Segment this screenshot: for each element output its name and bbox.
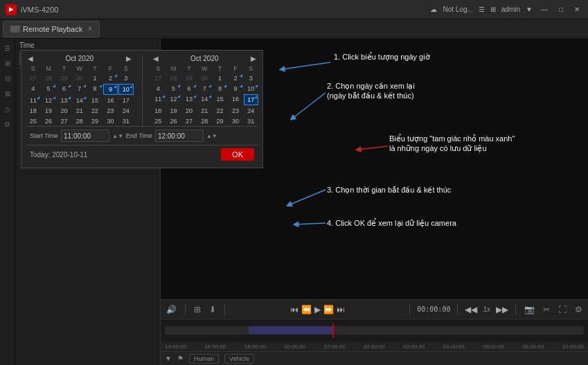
table-row[interactable]: 18 [151,106,166,116]
table-row[interactable]: 9 [228,84,242,94]
table-row[interactable]: 26 [41,116,55,126]
table-row[interactable]: 22 [87,106,102,116]
skip-back-btn[interactable]: ⏮ [290,305,299,314]
table-row[interactable]: 2 [228,73,242,83]
table-row[interactable]: 7 [197,84,212,94]
table-row[interactable]: 16 [103,96,118,105]
filter-icon[interactable]: ▼ [165,355,172,362]
table-row[interactable]: 10 [244,84,258,94]
config-icon[interactable]: ⚙ [573,305,584,314]
tab-close-btn[interactable]: × [88,25,92,33]
table-row[interactable]: 1 [213,73,227,83]
table-row[interactable]: 7 [72,84,87,95]
table-row[interactable]: 17 [244,94,258,105]
table-row[interactable]: 31 [118,116,133,126]
table-row[interactable]: 10 [118,84,133,95]
table-row[interactable]: 20 [57,106,71,116]
table-row[interactable]: 30 [197,73,212,83]
table-row[interactable]: 29 [181,73,196,83]
sidebar-icon-minus[interactable]: ⊟ [1,72,14,84]
table-row[interactable]: 3 [244,73,258,83]
table-row[interactable]: 5 [41,84,55,95]
download-icon[interactable]: ⬇ [208,305,217,314]
table-row[interactable]: 11 [151,94,166,105]
table-row[interactable]: 28 [166,73,181,83]
fast-btn[interactable]: ▶▶ [496,305,508,314]
table-row[interactable]: 9 [103,84,118,95]
start-time-input[interactable] [61,130,109,142]
timeline-bar[interactable] [165,326,584,335]
table-row[interactable]: 17 [118,96,133,105]
table-row[interactable]: 5 [166,84,181,94]
table-row[interactable]: 6 [57,84,71,95]
step-back-btn[interactable]: ⏪ [301,305,312,314]
cal-next-btn-2[interactable]: ▶ [249,55,258,62]
sidebar-icon-cross[interactable]: ⊠ [1,87,14,100]
table-row[interactable]: 8 [213,84,227,94]
snapshot-icon[interactable]: 📷 [523,305,536,314]
table-row[interactable]: 16 [228,94,242,105]
table-row[interactable]: 29 [57,73,71,83]
close-btn[interactable]: ✕ [571,4,582,15]
table-row[interactable]: 28 [197,116,212,126]
minimize-btn[interactable]: — [538,4,551,15]
table-row[interactable]: 4 [26,84,40,95]
cal-next-btn-1[interactable]: ▶ [124,55,134,62]
sidebar-icon-menu[interactable]: ☰ [1,42,14,54]
table-row[interactable]: 25 [151,116,166,126]
table-row[interactable]: 19 [41,106,55,116]
tag-icon[interactable]: ⚑ [177,355,184,362]
table-row[interactable]: 24 [244,106,258,116]
table-row[interactable]: 21 [197,106,212,116]
step-fwd-btn[interactable]: ⏩ [323,305,334,314]
table-row[interactable]: 23 [103,106,118,116]
table-row[interactable]: 27 [181,116,196,126]
table-row[interactable]: 31 [244,116,258,126]
table-row[interactable]: 28 [72,116,87,126]
cal-prev-btn-2[interactable]: ◀ [151,55,161,62]
table-row[interactable]: 12 [166,94,181,105]
table-row[interactable]: 12 [41,96,55,105]
table-row[interactable]: 27 [57,116,71,126]
skip-fwd-btn[interactable]: ⏭ [337,305,345,314]
table-row[interactable]: 27 [26,73,40,83]
table-row[interactable]: 3 [118,73,133,83]
play-btn[interactable]: ▶ [314,305,321,314]
table-row[interactable]: 28 [41,73,55,83]
table-row[interactable]: 29 [213,116,227,126]
human-filter[interactable]: Human [189,354,219,364]
cal-prev-btn-1[interactable]: ◀ [26,55,35,62]
clip-icon[interactable]: ✂ [542,305,551,314]
remote-playback-tab[interactable]: Remote Playback × [3,21,100,37]
table-row[interactable]: 21 [72,106,87,116]
table-row[interactable]: 4 [151,84,166,94]
start-time-spinners[interactable]: ▲▼ [112,133,123,139]
table-row[interactable]: 6 [181,84,196,94]
table-row[interactable]: 23 [228,106,242,116]
table-row[interactable]: 24 [118,106,133,116]
table-row[interactable]: 14 [72,96,87,105]
table-row[interactable]: 1 [87,73,102,83]
table-row[interactable]: 14 [197,94,212,105]
fullscreen-icon[interactable]: ⛶ [557,305,568,314]
table-row[interactable]: 20 [181,106,196,116]
table-row[interactable]: 13 [57,96,71,105]
table-row[interactable]: 19 [166,106,181,116]
end-time-input[interactable] [155,130,204,142]
slow-btn[interactable]: ◀◀ [465,305,477,314]
table-row[interactable]: 13 [181,94,196,105]
admin-label[interactable]: admin [501,6,520,13]
layout-icon[interactable]: ⊞ [193,305,202,314]
table-row[interactable]: 11 [26,96,40,105]
table-row[interactable]: 22 [213,106,227,116]
table-row[interactable]: 18 [26,106,40,116]
table-row[interactable]: 29 [87,116,102,126]
sidebar-icon-clock[interactable]: ◷ [1,103,14,115]
maximize-btn[interactable]: □ [556,4,566,15]
table-row[interactable]: 15 [87,96,102,105]
table-row[interactable]: 30 [228,116,242,126]
ok-button[interactable]: OK [221,148,254,161]
end-time-spinners[interactable]: ▲▼ [206,133,217,139]
table-row[interactable]: 26 [166,116,181,126]
volume-icon[interactable]: 🔊 [165,305,178,314]
